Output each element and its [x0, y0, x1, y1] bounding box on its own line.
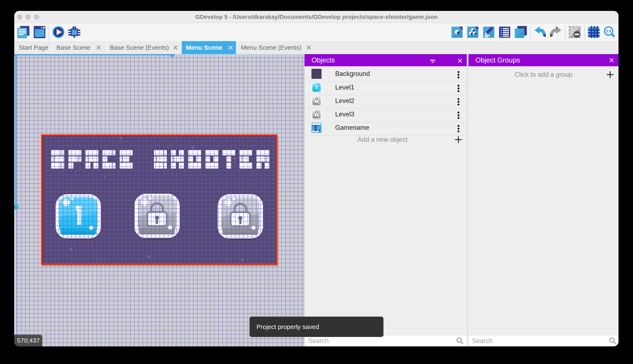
svg-text:x: x	[318, 128, 321, 133]
svg-text:T: T	[313, 123, 319, 133]
svg-text:1:1: 1:1	[606, 29, 611, 33]
